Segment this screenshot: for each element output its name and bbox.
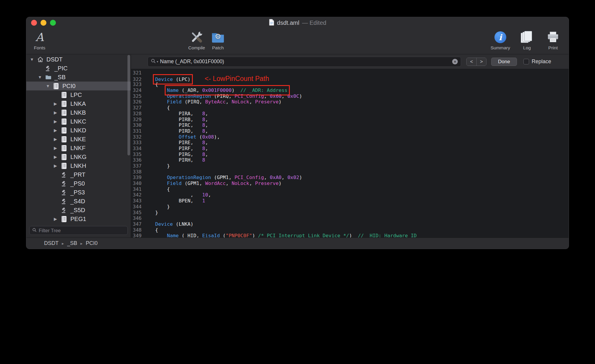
code-token: 0x001F0000 — [202, 87, 232, 93]
code-token: , — [205, 122, 208, 128]
tree-item-pci0[interactable]: ▼PCI0 — [26, 82, 131, 90]
code-line-329: 329 PIRB, 8, — [131, 117, 569, 123]
tree-item-lnkf[interactable]: ▶LNKF — [26, 144, 131, 152]
code-line-327: 327 { — [131, 105, 569, 111]
tree-item-_sb[interactable]: ▼_SB — [26, 73, 131, 82]
method-icon — [61, 198, 70, 204]
device-icon — [61, 145, 70, 152]
disclosure-open-icon[interactable]: ▼ — [37, 75, 45, 79]
tree-item-lnkh[interactable]: ▶LNKH — [26, 161, 131, 170]
tree-item-_s4d[interactable]: _S4D — [26, 197, 131, 206]
patch-label: Patch — [212, 45, 224, 51]
replace-checkbox[interactable] — [523, 59, 529, 64]
replace-label: Replace — [532, 58, 551, 65]
disclosure-closed-icon[interactable]: ▶ — [53, 163, 61, 168]
code-token: ) — [349, 233, 358, 238]
tree-item-_prt[interactable]: _PRT — [26, 170, 131, 179]
code-token — [146, 221, 155, 227]
tree-item-label: _S5D — [70, 207, 85, 214]
disclosure-closed-icon[interactable]: ▶ — [53, 128, 61, 133]
filter-field[interactable] — [29, 226, 128, 235]
disclosure-closed-icon[interactable]: ▶ — [53, 146, 61, 150]
log-pages-icon — [520, 30, 534, 45]
disclosure-closed-icon[interactable]: ▶ — [53, 119, 61, 124]
search-input[interactable] — [160, 58, 450, 65]
compile-tools-icon — [190, 30, 203, 45]
zoom-window-button[interactable] — [50, 20, 56, 26]
print-label: Print — [548, 45, 558, 51]
tree-item-label: _PS0 — [70, 180, 85, 187]
find-next-button[interactable]: > — [476, 58, 486, 66]
code-token: Device — [155, 77, 173, 82]
disclosure-open-icon[interactable]: ▼ — [45, 84, 53, 88]
code-line-339: 339 OperationRegion (GPM1, PCI_Config, 0… — [131, 175, 569, 181]
done-button[interactable]: Done — [491, 58, 517, 66]
folder-icon — [45, 74, 54, 80]
tree-item-_ps0[interactable]: _PS0 — [26, 179, 131, 188]
method-icon — [61, 189, 70, 196]
tree-item-lnkd[interactable]: ▶LNKD — [26, 126, 131, 135]
tree-item-lnke[interactable]: ▶LNKE — [26, 135, 131, 144]
close-window-button[interactable] — [31, 20, 37, 26]
patch-button[interactable]: Patch — [209, 30, 227, 51]
tree-item-lnkc[interactable]: ▶LNKC — [26, 117, 131, 126]
search-field[interactable] — [148, 57, 461, 67]
code-token: 10 — [202, 192, 208, 198]
tree-item-_ps3[interactable]: _PS3 — [26, 188, 131, 197]
code-token: Device — [155, 221, 173, 227]
tree-item-_pic[interactable]: _PIC — [26, 64, 131, 73]
breadcrumb-item-_sb[interactable]: _SB — [67, 240, 77, 246]
disclosure-closed-icon[interactable]: ▶ — [53, 110, 61, 115]
minimize-window-button[interactable] — [41, 20, 46, 26]
tree-item-label: LNKB — [70, 109, 86, 116]
fonts-button[interactable]: Fonts — [30, 30, 49, 51]
clear-search-button[interactable] — [452, 59, 458, 64]
tree-item-peg1[interactable]: ▶PEG1 — [26, 214, 131, 223]
tree-item-lnkb[interactable]: ▶LNKB — [26, 108, 131, 117]
tree-item-lnkg[interactable]: ▶LNKG — [26, 152, 131, 161]
line-number: 324 — [133, 87, 146, 93]
code-token: , — [282, 175, 287, 180]
code-token: BPEN, — [146, 198, 202, 204]
find-previous-button[interactable]: < — [467, 58, 476, 66]
disclosure-closed-icon[interactable]: ▶ — [53, 217, 61, 221]
find-bar: < > Done Replace — [131, 54, 569, 69]
code-token: NoLock — [232, 99, 249, 105]
code-line-321: 321 — [131, 70, 569, 76]
tree-item-label: LNKH — [70, 162, 86, 169]
code-token — [146, 181, 167, 186]
code-line-324: 324 Name (_ADR, 0x001F0000) // _ADR: Add… — [131, 87, 569, 93]
tree-item-_s5d[interactable]: _S5D — [26, 206, 131, 214]
compile-button[interactable]: Compile — [187, 30, 206, 51]
code-token: ) — [299, 175, 302, 180]
code-token: 0x0C — [287, 93, 299, 99]
disclosure-closed-icon[interactable]: ▶ — [53, 101, 61, 106]
search-icon — [32, 228, 37, 233]
code-line-348: 348 { — [131, 227, 569, 233]
titlebar[interactable]: dsdt.aml — Edited — [26, 17, 569, 28]
code-token: NoLock — [232, 181, 249, 186]
sidebar-scrollbar[interactable] — [127, 55, 130, 155]
chevron-down-icon[interactable] — [157, 60, 158, 63]
tree-item-lpc[interactable]: LPC — [26, 90, 131, 99]
disclosure-closed-icon[interactable]: ▶ — [53, 155, 61, 159]
code-editor[interactable]: 321322 Device (LPC)<- LowPinCount Path32… — [131, 69, 569, 238]
device-icon — [61, 100, 70, 107]
code-token: ) — [279, 181, 282, 186]
line-number: 332 — [133, 134, 146, 140]
print-button[interactable]: Print — [544, 30, 562, 51]
tree-item-dsdt[interactable]: ▼DSDT — [26, 55, 131, 64]
code-line-332: 332 Offset (0x08), — [131, 134, 569, 140]
disclosure-open-icon[interactable]: ▼ — [29, 57, 37, 62]
disclosure-closed-icon[interactable]: ▶ — [53, 137, 61, 142]
breadcrumb-item-pci0[interactable]: PCI0 — [86, 240, 98, 246]
tree-item-lnka[interactable]: ▶LNKA — [26, 99, 131, 108]
code-token: , — [208, 192, 211, 198]
code-token: Name — [167, 87, 179, 93]
summary-button[interactable]: Summary — [491, 30, 510, 51]
filter-tree-input[interactable] — [39, 228, 125, 233]
log-button[interactable]: Log — [518, 30, 536, 51]
traffic-lights — [31, 17, 56, 28]
breadcrumb-item-dsdt[interactable]: DSDT — [44, 240, 59, 246]
code-token: PIRC, — [146, 122, 202, 128]
